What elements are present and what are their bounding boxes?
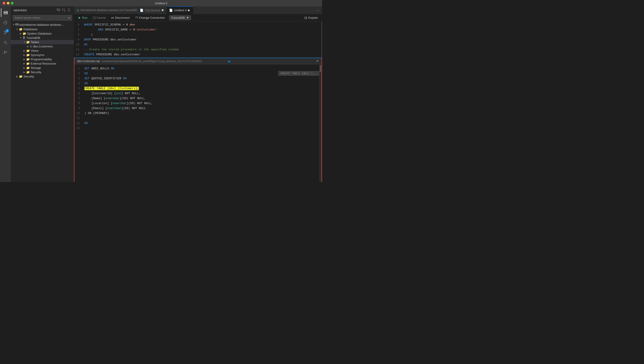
svg-point-6 [4, 33, 5, 34]
tree-item-views[interactable]: ▶ 📁 Views [11, 49, 74, 53]
activity-git[interactable] [1, 48, 10, 57]
svg-line-9 [5, 33, 6, 33]
tab-more-button[interactable]: ··· [313, 8, 322, 13]
overlay-line-2: 2 GO [74, 71, 322, 76]
tree-item-dbo-customers[interactable]: ▶ ⊞ dbo.Customers [11, 44, 74, 49]
folder-icon: 📁 [26, 53, 30, 57]
svg-line-11 [6, 43, 7, 44]
new-connection-icon[interactable] [56, 8, 60, 13]
expand-arrow: ▼ [19, 37, 22, 39]
cancel-button[interactable]: Cancel [92, 16, 107, 20]
code-line-12: 12 CREATE PROCEDURE dbo.setCustomer [74, 52, 322, 57]
title-bar: Untitled-3 [0, 0, 322, 6]
expand-arrow: ▶ [19, 32, 22, 35]
sqlquery1-tab-icon: 📄 [140, 9, 144, 12]
untitled3-tab-label: Untitled-3 [174, 9, 187, 12]
change-connection-icon [135, 16, 138, 20]
overlay-scrollbar-thumb[interactable] [320, 65, 321, 72]
top-code-lines: 6 WHERE SPECIFIC_SCHEMA = N dbo 7 AND SP… [74, 22, 322, 62]
overlay-code[interactable]: 1 SET ANSI_NULLS ON 2 GO 3 SET QUOTED_ID… [74, 64, 322, 182]
close-button[interactable] [3, 2, 6, 5]
overlay-header: dbo.Customers.sql /var/folders/9p/x5j8hp… [74, 58, 322, 64]
overlay-line-8: 8 [Location] [nvarchar](50) NOT NULL, [74, 101, 322, 106]
expand-arrow: ▶ [22, 71, 26, 73]
synonyms-label: Synonyms [31, 53, 44, 57]
overlay-line-11: 11 [74, 116, 322, 121]
explain-button[interactable]: ? Explain [303, 16, 319, 20]
activity-servers[interactable] [1, 8, 10, 17]
svg-point-5 [4, 31, 5, 32]
svg-point-26 [18, 24, 18, 24]
overlay-line-10: 10 ) ON [PRIMARY] [74, 111, 322, 116]
svg-text:?: ? [306, 17, 307, 19]
external-resources-label: External Resources [31, 62, 56, 65]
overlay-line-5: 5 CREATE TABLE [dbo].[Customers]( [74, 86, 322, 91]
tree-item-programmability[interactable]: ▶ 📁 Programmability [11, 57, 74, 61]
main-editor-scrollbar [322, 22, 322, 62]
server-tree: ▼ tutorialserver.database.windows... ▼ 📁… [11, 22, 74, 182]
code-line-6: 6 WHERE SPECIFIC_SCHEMA = N dbo [74, 22, 322, 27]
tab-sqlquery1[interactable]: 📄 SQLQuery1 [137, 6, 166, 14]
tree-item-server[interactable]: ▼ tutorialserver.database.windows... [11, 22, 74, 27]
sqlquery1-tab-label: SQLQuery1 [145, 9, 160, 12]
tree-item-security-server[interactable]: ▶ 📁 Security [11, 74, 74, 79]
tree-item-storage[interactable]: ▶ 📁 Storage [11, 66, 74, 70]
svg-rect-18 [58, 9, 60, 10]
disconnect-button[interactable]: Disconnect [110, 16, 131, 20]
tab-untitled3[interactable]: 📄 Untitled-3 [166, 6, 194, 14]
code-line-8: 8 ) [74, 32, 322, 37]
svg-point-10 [4, 41, 6, 43]
db-name: TutorialDB [171, 16, 185, 20]
disconnect-all-icon[interactable] [62, 8, 66, 13]
folder-icon: 📁 [26, 58, 30, 61]
svg-line-32 [112, 17, 114, 19]
change-connection-button[interactable]: Change Connection [134, 16, 166, 20]
folder-icon: 📁 [19, 28, 22, 31]
dbo-customers-label: dbo.Customers [33, 45, 53, 48]
overlay-close-button[interactable]: ✕ [316, 59, 319, 63]
tree-item-system-databases[interactable]: ▶ 📁 System Databases [11, 31, 74, 36]
overlay-top-border [74, 58, 322, 58]
svg-point-13 [4, 53, 5, 54]
search-input[interactable] [13, 15, 72, 21]
databases-label: Databases [24, 28, 38, 31]
traffic-lights [3, 2, 14, 5]
expand-arrow: ▼ [22, 41, 26, 43]
tree-item-databases[interactable]: ▼ 📁 Databases [11, 27, 74, 31]
folder-icon: 📁 [26, 70, 30, 74]
activity-history[interactable] [1, 18, 10, 27]
connection-tab-label: tutorialserver.database.windows.net:Tuto… [80, 9, 137, 12]
minimize-button[interactable] [7, 2, 10, 5]
code-line-9: 9 DROP PROCEDURE dbo.setCustomer [74, 37, 322, 42]
overlay-line-1: 1 SET ANSI_NULLS ON [74, 66, 322, 71]
top-editor[interactable]: 6 WHERE SPECIFIC_SCHEMA = N dbo 7 AND SP… [74, 22, 322, 62]
tree-item-external-resources[interactable]: ▶ 📁 External Resources [11, 61, 74, 66]
app-layout: 2 SERVERS [0, 6, 322, 182]
tree-item-security-db[interactable]: ▶ 📁 Security [11, 70, 74, 74]
tab-connection[interactable]: ⊙ tutorialserver.database.windows.net:Tu… [74, 6, 137, 14]
activity-search[interactable] [1, 38, 10, 47]
tree-item-synonyms[interactable]: ▶ 📁 Synonyms [11, 53, 74, 57]
tree-item-tables[interactable]: ▼ 📁 Tables [11, 40, 74, 44]
folder-icon: 📁 [26, 40, 30, 44]
overlay-scrollbar[interactable] [319, 64, 322, 182]
refresh-icon[interactable] [68, 8, 71, 13]
maximize-button[interactable] [11, 2, 14, 5]
svg-marker-28 [79, 17, 80, 19]
tables-label: Tables [31, 40, 39, 44]
activity-source-control[interactable]: 2 [1, 28, 10, 37]
tree-item-tutorialdb[interactable]: ▼ 🗄 TutorialDB [11, 36, 74, 40]
clear-search-icon[interactable]: ✕ [68, 16, 70, 20]
connection-tab-icon: ⊙ [77, 9, 79, 12]
sidebar-title: SERVERS [14, 9, 27, 12]
tab-bar: ⊙ tutorialserver.database.windows.net:Tu… [74, 6, 322, 14]
expand-arrow: ▶ [22, 62, 26, 65]
security-server-label: Security [24, 75, 34, 78]
svg-rect-21 [62, 9, 64, 10]
overlay-line-4: 4 GO [74, 81, 322, 86]
db-dropdown[interactable]: TutorialDB ▼ [169, 15, 191, 20]
run-button[interactable]: Run [77, 16, 89, 20]
svg-point-3 [7, 13, 7, 14]
svg-point-2 [7, 12, 7, 12]
overlay-content[interactable]: 1 SET ANSI_NULLS ON 2 GO 3 SET QUOTED_ID… [74, 64, 322, 182]
